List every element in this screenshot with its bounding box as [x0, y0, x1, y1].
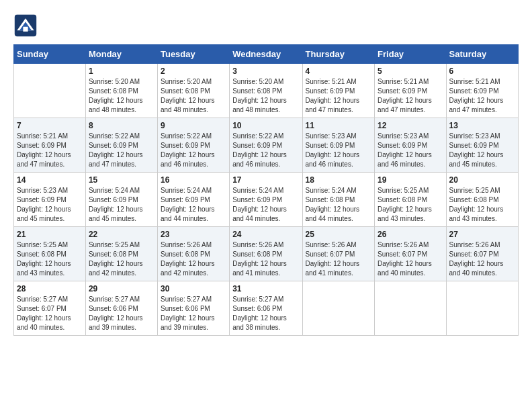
day-info: Sunrise: 5:21 AMSunset: 6:09 PMDaylight:…	[378, 77, 443, 115]
daylight-minutes-text: and 42 minutes.	[161, 269, 226, 278]
daylight-text: Daylight: 12 hours	[89, 314, 154, 323]
sunrise-text: Sunrise: 5:20 AM	[161, 77, 226, 87]
calendar-cell: 25Sunrise: 5:26 AMSunset: 6:07 PMDayligh…	[302, 227, 375, 281]
sunset-text: Sunset: 6:08 PM	[449, 195, 515, 205]
daylight-text: Daylight: 12 hours	[232, 96, 299, 105]
daylight-text: Daylight: 12 hours	[378, 259, 443, 269]
day-number: 21	[17, 230, 83, 239]
sunset-text: Sunset: 6:07 PM	[449, 250, 515, 259]
daylight-minutes-text: and 40 minutes.	[449, 269, 515, 278]
day-info: Sunrise: 5:25 AMSunset: 6:08 PMDaylight:…	[17, 240, 83, 278]
sunset-text: Sunset: 6:06 PM	[161, 304, 226, 314]
calendar-cell: 21Sunrise: 5:25 AMSunset: 6:08 PMDayligh…	[14, 227, 86, 281]
daylight-text: Daylight: 12 hours	[89, 96, 154, 105]
sunset-text: Sunset: 6:09 PM	[449, 87, 515, 96]
daylight-minutes-text: and 48 minutes.	[232, 105, 299, 115]
sunset-text: Sunset: 6:08 PM	[232, 87, 299, 96]
weekday-header-saturday: Saturday	[446, 45, 518, 64]
sunrise-text: Sunrise: 5:21 AM	[378, 77, 443, 87]
day-number: 22	[89, 230, 154, 239]
daylight-text: Daylight: 12 hours	[449, 96, 515, 105]
day-info: Sunrise: 5:20 AMSunset: 6:08 PMDaylight:…	[232, 77, 299, 115]
daylight-minutes-text: and 46 minutes.	[161, 160, 226, 169]
day-number: 30	[161, 284, 226, 293]
calendar-cell: 8Sunrise: 5:22 AMSunset: 6:09 PMDaylight…	[85, 118, 157, 173]
sunrise-text: Sunrise: 5:24 AM	[306, 186, 372, 195]
calendar-week-row: 7Sunrise: 5:21 AMSunset: 6:09 PMDaylight…	[14, 118, 519, 173]
daylight-text: Daylight: 12 hours	[378, 150, 443, 160]
day-number: 29	[89, 284, 154, 293]
calendar-cell: 26Sunrise: 5:26 AMSunset: 6:07 PMDayligh…	[375, 227, 446, 281]
sunrise-text: Sunrise: 5:25 AM	[17, 240, 83, 250]
day-number: 31	[232, 284, 299, 293]
daylight-text: Daylight: 12 hours	[161, 150, 226, 160]
daylight-minutes-text: and 45 minutes.	[89, 214, 154, 224]
sunrise-text: Sunrise: 5:22 AM	[161, 132, 226, 141]
sunset-text: Sunset: 6:08 PM	[17, 250, 83, 259]
day-info: Sunrise: 5:23 AMSunset: 6:09 PMDaylight:…	[306, 132, 372, 169]
sunrise-text: Sunrise: 5:23 AM	[17, 186, 83, 195]
calendar-cell	[302, 281, 375, 336]
sunset-text: Sunset: 6:09 PM	[17, 195, 83, 205]
daylight-minutes-text: and 43 minutes.	[378, 214, 443, 224]
daylight-text: Daylight: 12 hours	[17, 205, 83, 214]
sunset-text: Sunset: 6:08 PM	[378, 195, 443, 205]
calendar-cell: 14Sunrise: 5:23 AMSunset: 6:09 PMDayligh…	[14, 173, 86, 227]
daylight-text: Daylight: 12 hours	[232, 259, 299, 269]
daylight-minutes-text: and 46 minutes.	[306, 160, 372, 169]
day-number: 9	[161, 121, 226, 130]
day-number: 2	[161, 66, 226, 76]
day-number: 24	[232, 230, 299, 239]
daylight-text: Daylight: 12 hours	[378, 205, 443, 214]
sunrise-text: Sunrise: 5:21 AM	[449, 77, 515, 87]
day-info: Sunrise: 5:26 AMSunset: 6:08 PMDaylight:…	[161, 240, 226, 278]
day-number: 4	[306, 66, 372, 76]
day-number: 23	[161, 230, 226, 239]
daylight-text: Daylight: 12 hours	[161, 205, 226, 214]
sunset-text: Sunset: 6:09 PM	[161, 195, 226, 205]
daylight-minutes-text: and 46 minutes.	[378, 160, 443, 169]
day-number: 25	[306, 230, 372, 239]
sunset-text: Sunset: 6:06 PM	[89, 304, 154, 314]
calendar-cell: 20Sunrise: 5:25 AMSunset: 6:08 PMDayligh…	[446, 173, 518, 227]
sunset-text: Sunset: 6:09 PM	[449, 141, 515, 150]
calendar-cell: 18Sunrise: 5:24 AMSunset: 6:08 PMDayligh…	[302, 173, 375, 227]
sunrise-text: Sunrise: 5:21 AM	[306, 77, 372, 87]
weekday-header-monday: Monday	[85, 45, 157, 64]
calendar-cell: 17Sunrise: 5:24 AMSunset: 6:09 PMDayligh…	[230, 173, 302, 227]
calendar-week-row: 28Sunrise: 5:27 AMSunset: 6:07 PMDayligh…	[14, 281, 519, 336]
daylight-minutes-text: and 48 minutes.	[161, 105, 226, 115]
daylight-minutes-text: and 45 minutes.	[449, 160, 515, 169]
calendar-table: SundayMondayTuesdayWednesdayThursdayFrid…	[13, 44, 519, 336]
daylight-minutes-text: and 43 minutes.	[449, 214, 515, 224]
page-header	[13, 13, 519, 38]
weekday-header-sunday: Sunday	[14, 45, 86, 64]
day-info: Sunrise: 5:25 AMSunset: 6:08 PMDaylight:…	[449, 186, 515, 224]
day-number: 7	[17, 121, 83, 130]
daylight-text: Daylight: 12 hours	[232, 205, 299, 214]
calendar-cell	[446, 281, 518, 336]
day-info: Sunrise: 5:27 AMSunset: 6:06 PMDaylight:…	[232, 295, 299, 332]
day-number: 19	[378, 175, 443, 185]
calendar-cell: 27Sunrise: 5:26 AMSunset: 6:07 PMDayligh…	[446, 227, 518, 281]
daylight-minutes-text: and 47 minutes.	[89, 160, 154, 169]
day-info: Sunrise: 5:27 AMSunset: 6:07 PMDaylight:…	[17, 295, 83, 332]
sunset-text: Sunset: 6:07 PM	[17, 304, 83, 314]
sunset-text: Sunset: 6:09 PM	[89, 141, 154, 150]
sunrise-text: Sunrise: 5:25 AM	[89, 240, 154, 250]
day-info: Sunrise: 5:23 AMSunset: 6:09 PMDaylight:…	[449, 132, 515, 169]
day-info: Sunrise: 5:22 AMSunset: 6:09 PMDaylight:…	[89, 132, 154, 169]
sunrise-text: Sunrise: 5:24 AM	[161, 186, 226, 195]
sunset-text: Sunset: 6:08 PM	[161, 87, 226, 96]
calendar-cell: 11Sunrise: 5:23 AMSunset: 6:09 PMDayligh…	[302, 118, 375, 173]
logo-icon	[13, 13, 38, 38]
sunrise-text: Sunrise: 5:20 AM	[89, 77, 154, 87]
sunrise-text: Sunrise: 5:26 AM	[306, 240, 372, 250]
daylight-text: Daylight: 12 hours	[449, 205, 515, 214]
day-info: Sunrise: 5:25 AMSunset: 6:08 PMDaylight:…	[89, 240, 154, 278]
sunset-text: Sunset: 6:09 PM	[378, 87, 443, 96]
daylight-minutes-text: and 44 minutes.	[306, 214, 372, 224]
day-info: Sunrise: 5:27 AMSunset: 6:06 PMDaylight:…	[161, 295, 226, 332]
day-info: Sunrise: 5:21 AMSunset: 6:09 PMDaylight:…	[449, 77, 515, 115]
day-number: 17	[232, 175, 299, 185]
